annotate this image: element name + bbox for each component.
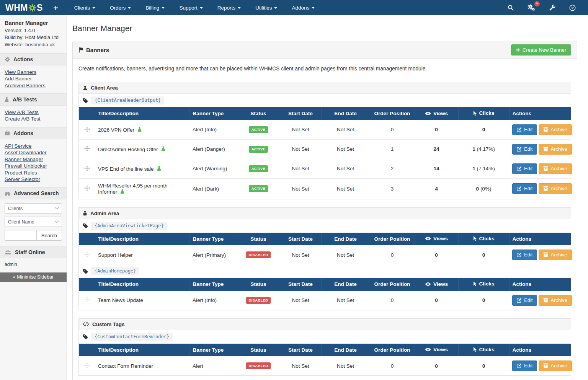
edit-button-label: Edit xyxy=(524,297,532,303)
search-icon[interactable] xyxy=(501,5,521,11)
column-header-label: Banner Type xyxy=(193,111,224,116)
nav-item-orders[interactable]: Orders xyxy=(103,0,138,15)
module-info: Banner Manager Version: 1.4.0 Build by: … xyxy=(0,15,67,53)
search-type-select[interactable]: Clients xyxy=(5,203,62,214)
drag-handle-icon[interactable] xyxy=(84,165,90,171)
caret-down-icon xyxy=(238,7,241,9)
column-header-content: End Date xyxy=(334,281,357,287)
archive-button[interactable]: Archive xyxy=(539,124,572,135)
column-header-handle xyxy=(79,107,95,120)
advanced-search-input[interactable] xyxy=(5,230,36,241)
sidebar-link-server-selector[interactable]: Server Selector xyxy=(5,176,62,183)
column-header-title-description: Title/Description xyxy=(95,107,189,120)
sidebar-link-add-banner[interactable]: Add Banner xyxy=(5,75,62,82)
drag-handle-icon[interactable] xyxy=(84,146,90,152)
sidebar-link-asset-downloader[interactable]: Asset Downloader xyxy=(5,149,62,156)
drag-handle-cell xyxy=(79,120,95,140)
drag-handle-icon[interactable] xyxy=(84,185,90,191)
status-badge: ACTIVE xyxy=(249,126,268,133)
archive-icon xyxy=(543,363,548,368)
nav-item-support[interactable]: Support xyxy=(172,0,210,15)
clicks-cell: 1 (7.14%) xyxy=(458,159,509,178)
archive-button[interactable]: Archive xyxy=(539,360,572,371)
column-header-content: Actions xyxy=(513,111,532,116)
whmcs-logo[interactable]: WHM S xyxy=(5,3,43,13)
sidebar-link-view-banners[interactable]: View Banners xyxy=(5,69,62,75)
help-icon[interactable]: ? xyxy=(562,5,583,11)
nav-item-reports[interactable]: Reports xyxy=(210,0,248,15)
column-header-label: Clicks xyxy=(479,236,495,241)
column-header-order-position: Order Position xyxy=(370,344,415,357)
column-header-status: Status xyxy=(237,233,280,246)
edit-icon xyxy=(517,363,522,368)
archive-button[interactable]: Archive xyxy=(539,250,572,260)
system-settings-icon[interactable]: × xyxy=(521,4,542,11)
nav-item-billing[interactable]: Billing xyxy=(138,0,172,15)
archive-icon xyxy=(543,298,548,303)
edit-button[interactable]: Edit xyxy=(512,295,537,306)
banner-type: Alert (Warning) xyxy=(189,159,237,178)
ab-test-flask-icon xyxy=(161,146,166,152)
panel-body: Create notifications, banners, advertisi… xyxy=(73,59,577,380)
module-website-link[interactable]: hostmedia.uk xyxy=(25,42,55,47)
archive-button[interactable]: Archive xyxy=(539,183,572,194)
sidebar-section-advanced-search: Advanced Search xyxy=(0,187,67,199)
column-header-content: Order Position xyxy=(374,347,410,353)
ab-test-flask-icon xyxy=(120,189,125,194)
edit-button[interactable]: Edit xyxy=(512,163,537,174)
main-content: Banner Manager Banners Create New Banner… xyxy=(67,15,588,380)
table-row: Team News UpdateAlert (Info)DISABLEDNot … xyxy=(79,291,571,310)
sidebar-link-view-a-b-tests[interactable]: View A/B Tests xyxy=(5,109,62,116)
sidebar-link-product-rules[interactable]: Product Rules xyxy=(5,170,62,176)
edit-button[interactable]: Edit xyxy=(512,360,537,371)
archive-button[interactable]: Archive xyxy=(539,144,572,155)
nav-item-addons[interactable]: Addons xyxy=(284,0,322,15)
advanced-search-button[interactable]: Search xyxy=(36,230,62,241)
archive-button[interactable]: Archive xyxy=(539,163,572,174)
sidebar-link-api-service[interactable]: API Service xyxy=(5,143,62,149)
search-field-select[interactable]: Client Name xyxy=(5,217,62,227)
sidebar-link-archived-banners[interactable]: Archived Banners xyxy=(5,82,62,89)
nav-item-utilities[interactable]: Utilities xyxy=(248,0,285,15)
sidebar-link-create-a-b-test[interactable]: Create A/B Test xyxy=(5,116,62,122)
navbar: WHM S ClientsOrdersBillingSupportReports… xyxy=(0,0,588,15)
tools-icon[interactable] xyxy=(542,5,562,11)
minimise-sidebar-button[interactable]: « Minimise Sidebar xyxy=(0,272,67,282)
quick-add-button[interactable] xyxy=(54,6,58,10)
edit-button[interactable]: Edit xyxy=(512,250,537,260)
column-header-status: Status xyxy=(237,344,280,357)
column-header-content: End Date xyxy=(334,236,357,242)
create-new-banner-button[interactable]: Create New Banner xyxy=(511,44,571,55)
edit-icon xyxy=(517,147,522,152)
edit-button[interactable]: Edit xyxy=(512,144,537,155)
banner-title: DirectAdmin Hosting Offer xyxy=(98,147,158,152)
drag-handle-icon[interactable] xyxy=(84,126,90,132)
start-date: Not Set xyxy=(280,356,321,375)
section-title: Admin Area xyxy=(90,210,119,216)
column-header-label: Banner Type xyxy=(193,236,224,242)
archive-button[interactable]: Archive xyxy=(539,295,572,306)
column-header-content: Views xyxy=(425,111,448,116)
drag-handle-cell xyxy=(79,139,95,159)
views-count: 0 xyxy=(435,252,438,258)
views-count: 0 xyxy=(435,363,438,369)
views-cell: 14 xyxy=(415,159,458,178)
edit-button[interactable]: Edit xyxy=(512,124,537,135)
column-header-start-date: Start Date xyxy=(280,344,321,357)
clicks-cell: 1 (4.17%) xyxy=(458,139,509,159)
column-header-banner-type: Banner Type xyxy=(189,344,237,357)
status-cell: ACTIVE xyxy=(237,139,280,159)
start-date: Not Set xyxy=(280,245,321,264)
banner-title-cell: Support Helper xyxy=(95,245,189,264)
sidebar-link-banner-manager[interactable]: Banner Manager xyxy=(5,156,62,163)
column-header-label: Order Position xyxy=(374,111,410,116)
status-badge: ACTIVE xyxy=(249,185,268,192)
views-cell: 0 xyxy=(415,291,458,310)
sidebar-link-firewall-unblocker[interactable]: Firewall Unblocker xyxy=(5,163,62,169)
start-date: Not Set xyxy=(280,291,321,310)
column-header-label: Title/Description xyxy=(98,281,139,287)
caret-down-icon xyxy=(274,7,277,9)
banner-title: 2026 VPN Offer xyxy=(98,127,134,133)
edit-button[interactable]: Edit xyxy=(512,183,537,194)
nav-item-clients[interactable]: Clients xyxy=(67,0,103,15)
